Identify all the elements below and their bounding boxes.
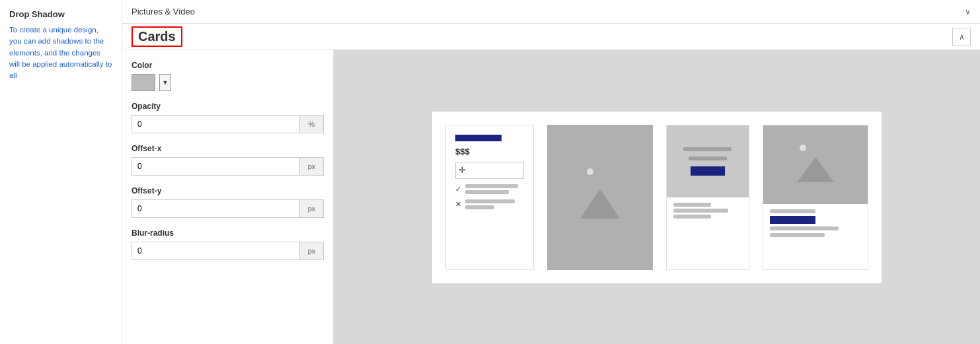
blur-radius-unit: px: [300, 242, 324, 260]
opacity-input-row: %: [132, 115, 324, 133]
opacity-label: Opacity: [132, 102, 324, 111]
card3-line-1: [673, 203, 711, 207]
card-2: [547, 125, 653, 270]
offset-x-unit: px: [300, 157, 324, 176]
offset-y-input[interactable]: [132, 199, 300, 218]
opacity-control-group: Opacity %: [132, 102, 324, 133]
card1-line-1: [465, 184, 518, 188]
card2-circle-icon: [587, 168, 593, 175]
card3-text-area: [667, 197, 749, 269]
card-4: [763, 125, 868, 270]
color-control-group: Color ▼: [132, 61, 324, 91]
card1-price: $$$: [455, 147, 524, 156]
card1-header-bar: [455, 135, 502, 141]
card4-line-2: [770, 226, 839, 230]
card2-mountain-icon: [580, 189, 620, 219]
cards-collapse-icon: ∧: [959, 32, 965, 42]
offset-x-input[interactable]: [132, 157, 300, 176]
offset-y-unit: px: [300, 199, 324, 218]
card1-line-2: [465, 190, 509, 194]
opacity-unit: %: [300, 115, 324, 133]
cards-row: Cards ∧: [122, 24, 980, 50]
controls-panel: Color ▼ Opacity % Offset-x px: [122, 50, 334, 344]
card3-image-area: [667, 125, 749, 197]
card4-text-area: [763, 204, 868, 269]
card1-x-icon: ✕: [455, 200, 461, 209]
cards-section-label: Cards: [132, 26, 182, 47]
card3-line-3: [673, 215, 711, 219]
card3-lines-group: [673, 203, 742, 219]
offset-y-control-group: Offset-y px: [132, 186, 324, 218]
card1-input-box: ✛: [455, 162, 524, 179]
sidebar-title: Drop Shadow: [9, 9, 112, 19]
offset-x-control-group: Offset-x px: [132, 144, 324, 176]
sidebar-description: To create a unique design, you can add s…: [9, 24, 112, 81]
card4-image-area: [763, 125, 868, 205]
offset-x-label: Offset-x: [132, 144, 324, 153]
card4-mountain-icon: [797, 157, 834, 182]
offset-x-input-row: px: [132, 157, 324, 176]
pictures-video-section-header: Pictures & Video ∨: [122, 0, 980, 24]
card4-circle-icon: [800, 145, 806, 151]
card1-x-lines: [465, 199, 524, 209]
card3-line-2: [673, 209, 728, 213]
offset-y-input-row: px: [132, 199, 324, 218]
content-area: Color ▼ Opacity % Offset-x px: [122, 50, 980, 344]
blur-radius-input[interactable]: [132, 242, 300, 260]
section-header-title: Pictures & Video: [132, 7, 195, 17]
color-row: ▼: [132, 74, 324, 91]
card4-button-bar: [770, 216, 815, 224]
card3-btn: [691, 166, 725, 176]
blur-radius-control-group: Blur-radius px: [132, 228, 324, 260]
blur-radius-input-row: px: [132, 242, 324, 260]
card1-line-4: [465, 205, 494, 209]
card1-check-row: ✓: [455, 184, 524, 194]
card1-x-row: ✕: [455, 199, 524, 209]
preview-canvas: $$$ ✛ ✓ ✕: [432, 112, 882, 283]
card3-title-line2: [689, 156, 726, 160]
card1-line-3: [465, 199, 515, 203]
blur-radius-label: Blur-radius: [132, 228, 324, 238]
card1-check-lines: [465, 184, 524, 194]
preview-area: $$$ ✛ ✓ ✕: [334, 50, 980, 344]
main-panel: Pictures & Video ∨ Cards ∧ Color ▼ Opaci…: [122, 0, 980, 344]
card4-line-1: [770, 209, 815, 213]
offset-y-label: Offset-y: [132, 186, 324, 195]
card1-check-icon: ✓: [455, 185, 461, 193]
cards-collapse-button[interactable]: ∧: [952, 28, 971, 46]
opacity-input[interactable]: [132, 115, 300, 133]
color-dropdown-button[interactable]: ▼: [159, 74, 171, 91]
card-3: [666, 125, 749, 270]
section-collapse-icon[interactable]: ∨: [965, 7, 971, 17]
sidebar: Drop Shadow To create a unique design, y…: [0, 0, 122, 344]
card4-line-3: [770, 233, 825, 237]
color-label: Color: [132, 61, 324, 70]
color-swatch[interactable]: [132, 74, 155, 91]
card3-title-line: [683, 147, 732, 151]
card-1: $$$ ✛ ✓ ✕: [445, 125, 534, 270]
card1-cursor-icon: ✛: [456, 162, 523, 178]
